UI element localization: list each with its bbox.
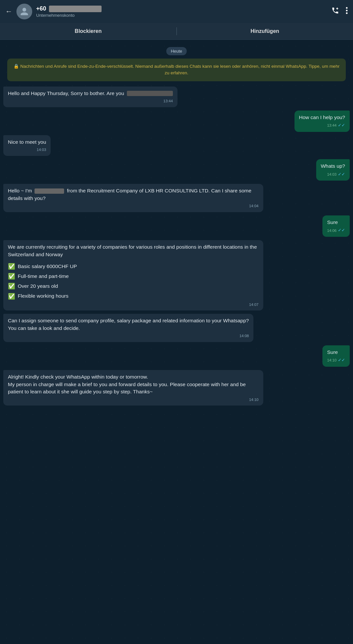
message-row: Nice to meet you 14:03 [3,135,350,156]
read-tick-icon: ✓✓ [338,122,345,129]
bubble-outgoing: Sure 14:06 ✓✓ [322,215,350,237]
header-actions [331,7,348,16]
message-text: How can I help you? [299,114,345,120]
bubble-meta: 14:10 [8,397,259,403]
bubble-meta: 14:10 ✓✓ [327,357,345,363]
list-item: ✅ Flexible working hours [8,292,259,301]
bubble-meta: 13:44 ✓✓ [299,122,345,129]
list-item-text: Over 20 years old [18,283,58,290]
message-time: 14:03 [327,172,337,177]
message-row: Sure 14:10 ✓✓ [3,345,350,367]
svg-point-2 [346,12,348,14]
phone-blur [49,6,102,12]
svg-point-0 [346,7,348,9]
bubble-meta: 14:04 [8,203,259,209]
read-tick-icon: ✓✓ [338,357,345,363]
message-time: 14:08 [239,333,249,339]
message-time: 14:10 [249,397,259,403]
message-text: Sure [327,349,338,355]
list-item: ✅ Full-time and part-time [8,272,259,281]
bubble-outgoing: How can I help you? 13:44 ✓✓ [294,111,350,132]
message-row: Hello and Happy Thursday, Sorry to bothe… [3,87,350,107]
list-item: ✅ Over 20 years old [8,282,259,290]
chat-header: ← +60 Unternehmenskonto [0,0,353,23]
person-icon [20,7,29,16]
avatar [16,4,32,19]
bubble-incoming: Hello and Happy Thursday, Sorry to bothe… [3,87,177,107]
message-time: 14:10 [327,358,337,363]
message-intro-text: We are currently recruiting for a variet… [8,243,259,258]
message-text: Hello ~ I'm [8,188,32,193]
check-icon: ✅ [8,282,15,290]
add-call-button[interactable] [331,7,339,16]
bubble-incoming: Nice to meet you 14:03 [3,135,51,156]
date-badge-text: Heute [166,47,187,55]
message-text: Hello and Happy Thursday, Sorry to bothe… [8,90,124,96]
message-text: Sure [327,219,338,225]
bubble-meta: 14:03 ✓✓ [321,171,345,178]
list-item: ✅ Basic salary 6000CHF UP [8,262,259,271]
list-item-text: Basic salary 6000CHF UP [18,263,77,270]
bubble-meta: 13:44 [8,98,173,104]
message-time: 14:03 [37,147,46,153]
chat-area: Heute 🔒 Nachrichten und Anrufe sind Ende… [0,40,353,413]
check-icon: ✅ [8,262,15,271]
message-text: Can I assign someone to send company pro… [8,318,249,331]
svg-point-1 [346,10,348,12]
contact-subtitle: Unternehmenskonto [36,13,327,18]
list-item-text: Full-time and part-time [18,273,69,280]
bubble-incoming: Hello ~ I'm from the Recruitment Company… [3,184,263,212]
contact-name: +60 [36,5,327,12]
checklist: ✅ Basic salary 6000CHF UP ✅ Full-time an… [8,262,259,300]
action-bar: Blockieren Hinzufügen [0,23,353,40]
bubble-meta: 14:03 [8,147,46,153]
message-row: How can I help you? 13:44 ✓✓ [3,111,350,132]
message-row: Hello ~ I'm from the Recruitment Company… [3,184,350,212]
text-blur [127,91,173,96]
message-row: Whats up? 14:03 ✓✓ [3,159,350,181]
back-button[interactable]: ← [5,7,12,16]
name-blur [35,188,64,194]
contact-info: +60 Unternehmenskonto [36,5,327,18]
list-item-text: Flexible working hours [18,292,68,300]
encryption-notice[interactable]: 🔒 Nachrichten und Anrufe sind Ende-zu-En… [7,59,346,81]
message-time: 14:07 [249,302,259,308]
message-row: Can I assign someone to send company pro… [3,314,350,342]
read-tick-icon: ✓✓ [338,227,345,234]
message-text: Alright! Kindly check your WhatsApp with… [8,374,246,394]
read-tick-icon: ✓✓ [338,171,345,178]
message-text: Whats up? [321,163,345,169]
bubble-meta: 14:07 [8,302,259,308]
message-time: 13:44 [163,98,173,104]
add-button[interactable]: Hinzufügen [177,23,353,39]
message-time: 14:06 [327,228,337,234]
bubble-incoming: We are currently recruiting for a variet… [3,240,263,310]
bubble-incoming: Alright! Kindly check your WhatsApp with… [3,370,263,406]
check-icon: ✅ [8,292,15,301]
bubble-outgoing: Whats up? 14:03 ✓✓ [316,159,350,181]
message-text: Nice to meet you [8,139,46,145]
phone-number: +60 [36,5,46,12]
block-button[interactable]: Blockieren [0,23,176,39]
bubble-outgoing: Sure 14:10 ✓✓ [322,345,350,367]
message-time: 13:44 [327,123,337,128]
menu-button[interactable] [346,7,348,16]
bubble-incoming: Can I assign someone to send company pro… [3,314,253,342]
message-row: We are currently recruiting for a variet… [3,240,350,310]
message-time: 14:04 [249,203,259,209]
check-icon: ✅ [8,272,15,281]
date-badge: Heute [3,47,350,55]
bubble-meta: 14:06 ✓✓ [327,227,345,234]
message-row: Sure 14:06 ✓✓ [3,215,350,237]
bubble-meta: 14:08 [8,333,249,339]
message-row: Alright! Kindly check your WhatsApp with… [3,370,350,406]
